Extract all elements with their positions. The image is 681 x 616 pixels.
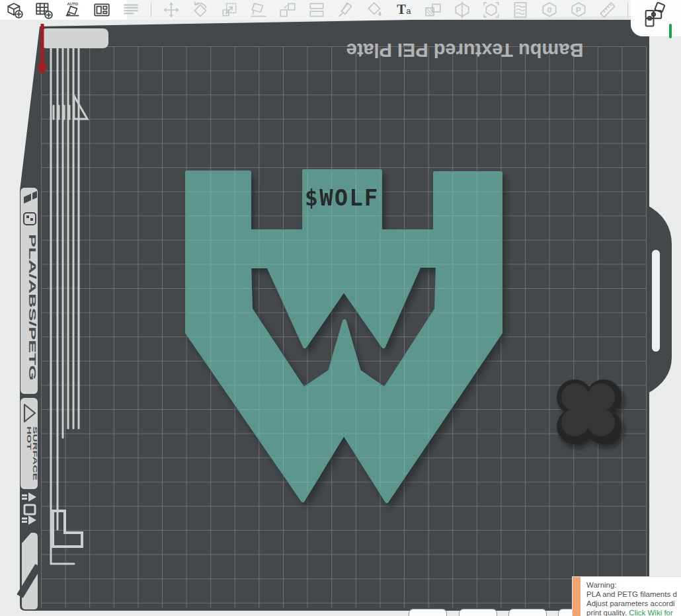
toolbar-icons: AUTO T a 0P (5, 1, 628, 19)
color-painting-icon[interactable] (366, 1, 384, 19)
axis-green-marker (669, 24, 672, 38)
warning-toast: Warning: PLA and PETG filaments d Adjust… (572, 576, 681, 616)
auto-orient-icon[interactable]: AUTO (63, 1, 82, 19)
arrange-icon[interactable] (93, 1, 111, 19)
plate-action-button-3[interactable] (508, 609, 547, 616)
plate-tab-slot (652, 250, 660, 352)
seam-painting-icon[interactable] (337, 1, 355, 19)
hot-surface-line1: HOT (26, 426, 32, 451)
text-tool-icon[interactable]: T a (395, 1, 413, 19)
plate-material-strip: PLA/ABS/PETG HOT SURFACE (20, 188, 38, 609)
warning-line3: print quality. Click Wiki for (586, 608, 677, 616)
plate-action-button-1[interactable] (409, 609, 447, 616)
svg-text:a: a (406, 6, 411, 16)
plate-action-button-2[interactable] (459, 609, 497, 616)
toolbar-separator (151, 3, 151, 17)
measure-icon[interactable] (598, 1, 617, 19)
svg-text:P: P (576, 5, 581, 15)
scale-icon[interactable] (220, 1, 239, 19)
warning-line2: Adjust parameters accordi (586, 599, 677, 608)
move-icon[interactable] (162, 1, 180, 19)
puzzle-icon[interactable] (643, 2, 669, 31)
plate-label: Bambu Textured PEI Plate (346, 40, 584, 61)
svg-text:AUTO: AUTO (67, 2, 78, 6)
add-plate-icon[interactable] (34, 1, 53, 19)
place-on-face-icon[interactable] (249, 1, 268, 19)
main-toolbar: AUTO T a 0P (0, 0, 639, 20)
variable-layer-height-icon[interactable] (511, 1, 530, 19)
hot-surface-line2: SURFACE (32, 426, 38, 481)
dark-blob-model[interactable] (557, 379, 621, 444)
plugin-panel (631, 0, 681, 36)
warning-title: Warning: (586, 580, 677, 590)
zero-cube-icon[interactable]: 0 (540, 1, 559, 19)
viewport-3d[interactable]: Bambu Textured PEI Plate (0, 0, 681, 616)
model-embossed-text[interactable]: $WOLF (305, 184, 379, 211)
svg-text:T: T (397, 2, 406, 17)
add-object-icon[interactable] (5, 1, 24, 19)
material-strip-label: PLA/ABS/PETG (27, 234, 38, 381)
mesh-boolean-icon[interactable] (424, 1, 442, 19)
warning-line1: PLA and PETG filaments d (586, 590, 677, 599)
fix-model-icon[interactable] (482, 1, 501, 19)
svg-text:0: 0 (547, 5, 552, 15)
object-list-icon[interactable] (122, 1, 140, 19)
split-parts-icon[interactable] (307, 1, 326, 19)
rotate-icon[interactable] (191, 1, 210, 19)
wiki-link[interactable]: Click Wiki for (629, 609, 672, 616)
cut-icon[interactable] (453, 1, 471, 19)
warning-accent-bar (573, 577, 581, 616)
split-objects-icon[interactable] (278, 1, 297, 19)
toolbar-separator (627, 3, 628, 17)
p-cube-icon[interactable]: P (569, 1, 588, 19)
